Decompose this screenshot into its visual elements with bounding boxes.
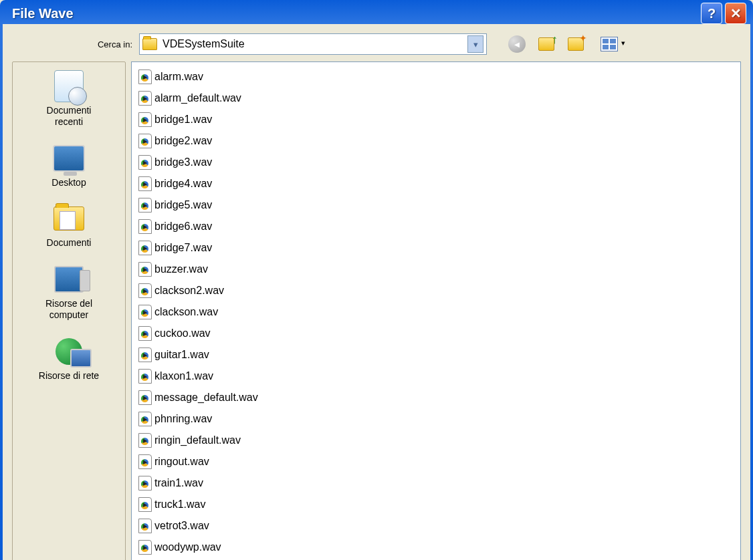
place-label: Documenti recenti [47, 105, 92, 128]
place-label: Documenti [47, 237, 92, 249]
file-name: bridge3.wav [154, 156, 212, 168]
file-item[interactable]: alarm.wav [137, 67, 311, 86]
back-button[interactable]: ◄ [507, 34, 527, 54]
new-folder-button[interactable] [566, 34, 586, 54]
toolbar: ◄ [507, 34, 623, 54]
file-item[interactable]: bridge5.wav [137, 196, 311, 215]
file-name: vetrot3.wav [154, 520, 209, 532]
file-item[interactable]: message_default.wav [137, 388, 311, 407]
wav-file-icon [138, 176, 152, 191]
wav-file-icon [138, 412, 152, 426]
client-area: Cerca in: VDESystemSuite ▾ ◄ Documenti r… [3, 24, 750, 560]
file-item[interactable]: bridge3.wav [137, 153, 311, 172]
wav-file-icon [138, 476, 152, 491]
folder-icon [142, 38, 157, 50]
help-button[interactable]: ? [701, 3, 722, 24]
place-documents[interactable]: Documenti [13, 200, 125, 251]
file-item[interactable]: ringout.wav [137, 452, 311, 471]
file-name: buzzer.wav [154, 263, 208, 275]
back-icon: ◄ [508, 35, 526, 53]
file-name: alarm_default.wav [154, 92, 241, 104]
place-network[interactable]: Risorse di rete [13, 333, 125, 384]
file-item[interactable]: klaxon1.wav [137, 367, 311, 386]
wav-file-icon [138, 134, 152, 148]
wav-file-icon [138, 219, 152, 234]
wav-file-icon [138, 155, 152, 170]
file-name: alarm.wav [154, 71, 203, 83]
file-item[interactable]: bridge7.wav [137, 239, 311, 257]
place-computer[interactable]: Risorse del computer [13, 261, 125, 323]
wav-file-icon [138, 540, 152, 555]
close-button[interactable]: ✕ [725, 3, 746, 24]
up-one-level-button[interactable] [536, 34, 556, 54]
file-name: ringout.wav [154, 456, 209, 468]
file-item[interactable]: bridge1.wav [137, 110, 311, 129]
file-item[interactable]: clackson.wav [137, 303, 311, 321]
file-name: klaxon1.wav [154, 370, 213, 382]
file-item[interactable]: buzzer.wav [137, 260, 311, 279]
file-item[interactable]: woodywp.wav [137, 538, 311, 557]
wav-file-icon [138, 326, 152, 341]
documents-icon [51, 202, 86, 235]
wav-file-icon [138, 433, 152, 448]
wav-file-icon [138, 69, 152, 84]
file-name: truck1.wav [154, 499, 205, 511]
middle-area: Documenti recenti Desktop Documenti Riso… [12, 61, 741, 560]
file-item[interactable]: vetrot3.wav [137, 517, 311, 535]
file-item[interactable]: phnring.wav [137, 410, 311, 428]
file-item[interactable]: cuckoo.wav [137, 324, 311, 343]
lookin-row: Cerca in: VDESystemSuite ▾ ◄ [12, 33, 741, 55]
file-name: bridge7.wav [154, 242, 212, 254]
file-name: bridge4.wav [154, 178, 212, 190]
file-list[interactable]: alarm.wavalarm_default.wavbridge1.wavbri… [131, 61, 741, 560]
file-name: bridge1.wav [154, 114, 212, 126]
place-label: Risorse del computer [45, 298, 92, 321]
file-dialog-window: File Wave ? ✕ Cerca in: VDESystemSuite ▾… [0, 0, 753, 560]
file-item[interactable]: clackson2.wav [137, 281, 311, 300]
lookin-label: Cerca in: [86, 39, 132, 49]
file-item[interactable]: ringin_default.wav [137, 431, 311, 450]
lookin-value: VDESystemSuite [163, 38, 467, 50]
file-name: cuckoo.wav [154, 327, 211, 339]
titlebar-buttons: ? ✕ [701, 3, 746, 24]
file-item[interactable]: train1.wav [137, 474, 311, 493]
file-name: woodywp.wav [154, 541, 221, 553]
places-bar: Documenti recenti Desktop Documenti Riso… [12, 61, 126, 560]
wav-file-icon [138, 519, 152, 533]
file-name: clackson.wav [154, 306, 218, 318]
wav-file-icon [138, 91, 152, 106]
desktop-icon [51, 142, 86, 174]
file-item[interactable]: truck1.wav [137, 495, 311, 514]
file-name: guitar1.wav [154, 349, 209, 361]
place-desktop[interactable]: Desktop [13, 140, 125, 191]
wav-file-icon [138, 497, 152, 512]
view-menu-button[interactable] [595, 34, 623, 54]
place-recent[interactable]: Documenti recenti [13, 67, 125, 130]
chevron-down-icon[interactable]: ▾ [467, 35, 483, 53]
recent-documents-icon [51, 70, 86, 102]
file-item[interactable]: guitar1.wav [137, 345, 311, 364]
file-name: bridge2.wav [154, 135, 212, 147]
file-name: bridge5.wav [154, 199, 212, 211]
file-name: message_default.wav [154, 392, 258, 404]
file-item[interactable]: bridge4.wav [137, 174, 311, 193]
file-name: clackson2.wav [154, 285, 224, 297]
place-label: Desktop [51, 177, 86, 188]
wav-file-icon [138, 390, 152, 405]
file-item[interactable]: alarm_default.wav [137, 89, 311, 108]
file-name: train1.wav [154, 477, 203, 489]
wav-file-icon [138, 112, 152, 127]
window-title: File Wave [12, 6, 701, 21]
network-icon [51, 335, 86, 368]
file-name: ringin_default.wav [154, 434, 241, 446]
folder-up-icon [538, 37, 554, 51]
lookin-combo[interactable]: VDESystemSuite ▾ [139, 33, 487, 55]
file-item[interactable]: bridge6.wav [137, 217, 311, 236]
file-name: bridge6.wav [154, 221, 212, 233]
view-icon [601, 37, 618, 51]
wav-file-icon [138, 305, 152, 319]
wav-file-icon [138, 347, 152, 362]
wav-file-icon [138, 369, 152, 384]
file-item[interactable]: bridge2.wav [137, 132, 311, 150]
computer-icon [51, 263, 86, 295]
